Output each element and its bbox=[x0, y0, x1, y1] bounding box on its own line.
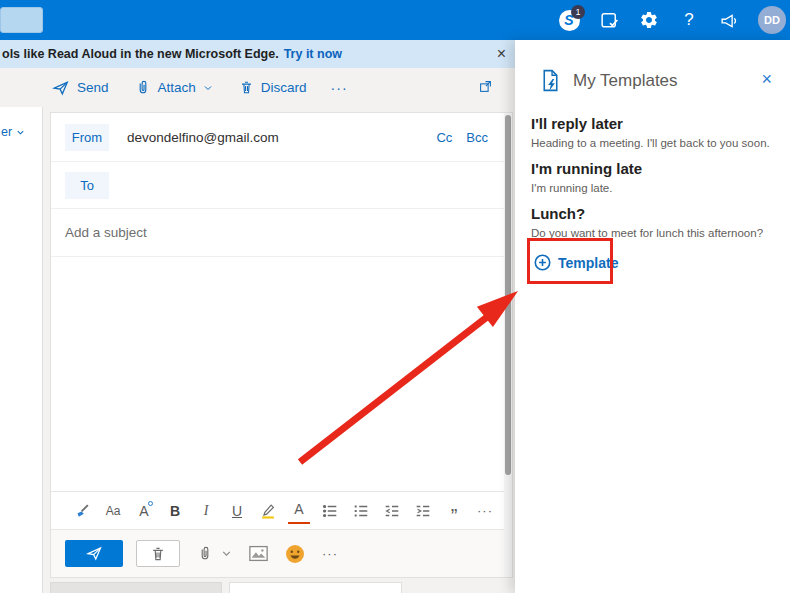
subject-input[interactable] bbox=[65, 225, 498, 240]
font-size-ring bbox=[148, 501, 153, 506]
compose-scrollbar[interactable] bbox=[504, 113, 512, 577]
emoji-icon[interactable] bbox=[285, 544, 305, 564]
send-plane-icon bbox=[86, 545, 103, 562]
panel-title: My Templates bbox=[573, 71, 678, 91]
attach-chevron-icon[interactable] bbox=[221, 548, 232, 559]
highlight-button[interactable] bbox=[257, 498, 279, 524]
attach-label: Attach bbox=[158, 80, 196, 95]
template-body: Do you want to meet for lunch this after… bbox=[531, 227, 774, 240]
format-painter-icon[interactable] bbox=[71, 498, 93, 524]
more-commands-button[interactable]: ··· bbox=[331, 80, 348, 96]
bcc-button[interactable]: Bcc bbox=[466, 130, 488, 145]
discard-label: Discard bbox=[261, 80, 307, 95]
template-title: I'm running late bbox=[531, 160, 774, 177]
font-button[interactable]: Aa bbox=[102, 498, 124, 524]
more-insert-options-button[interactable]: ··· bbox=[322, 546, 338, 561]
attach-button[interactable]: Attach bbox=[135, 80, 213, 96]
add-template-button[interactable]: Template bbox=[534, 254, 790, 271]
italic-button[interactable]: I bbox=[195, 498, 217, 524]
templates-doc-bolt-icon bbox=[538, 68, 563, 93]
bold-button[interactable]: B bbox=[164, 498, 186, 524]
from-address: devondelfino@gmail.com bbox=[127, 130, 279, 145]
skype-notification-badge: 1 bbox=[571, 5, 585, 19]
compose-content-area: er From devondelfino@gmail.com Cc Bcc To bbox=[0, 107, 515, 593]
banner-text: ols like Read Aloud in the new Microsoft… bbox=[2, 47, 279, 61]
compose-card: From devondelfino@gmail.com Cc Bcc To bbox=[50, 112, 513, 578]
blockquote-button[interactable]: ” bbox=[443, 498, 465, 524]
trash-icon bbox=[150, 546, 166, 562]
banner-close-icon[interactable]: × bbox=[497, 40, 506, 68]
help-icon[interactable]: ? bbox=[678, 9, 700, 31]
search-box-partial[interactable] bbox=[0, 7, 43, 33]
avatar[interactable]: DD bbox=[758, 6, 786, 34]
chevron-down-icon bbox=[16, 128, 25, 137]
from-button[interactable]: From bbox=[65, 124, 109, 151]
my-templates-panel: My Templates × I'll reply later Heading … bbox=[515, 40, 790, 593]
template-item[interactable]: Lunch? Do you want to meet for lunch thi… bbox=[531, 205, 774, 240]
compose-region: ols like Read Aloud in the new Microsoft… bbox=[0, 40, 515, 593]
send-label: Send bbox=[77, 80, 109, 95]
formatting-toolbar: Aa A B I U A bbox=[51, 491, 512, 529]
to-button[interactable]: To bbox=[65, 172, 109, 199]
trash-icon bbox=[239, 80, 254, 95]
insert-image-icon[interactable] bbox=[249, 545, 268, 562]
font-color-button[interactable]: A bbox=[288, 498, 310, 524]
underline-button[interactable]: U bbox=[226, 498, 248, 524]
increase-indent-icon[interactable] bbox=[412, 498, 434, 524]
send-plane-icon bbox=[52, 79, 70, 97]
topbar-icon-group: S 1 ? DD bbox=[558, 0, 786, 40]
to-row: To bbox=[51, 162, 512, 209]
discard-draft-button[interactable] bbox=[136, 540, 180, 567]
compose-scrollbar-thumb[interactable] bbox=[505, 115, 511, 475]
try-it-now-link[interactable]: Try it now bbox=[284, 47, 342, 61]
template-body: I'm running late. bbox=[531, 182, 774, 195]
compose-command-bar: Send Attach Discard ··· bbox=[0, 68, 515, 107]
template-item[interactable]: I'll reply later Heading to a meeting. I… bbox=[531, 115, 774, 150]
numbered-list-icon[interactable] bbox=[350, 498, 372, 524]
bullet-list-icon[interactable] bbox=[319, 498, 341, 524]
paperclip-icon bbox=[135, 80, 151, 96]
skype-button[interactable]: S 1 bbox=[558, 9, 580, 31]
settings-gear-icon[interactable] bbox=[638, 9, 660, 31]
template-title: I'll reply later bbox=[531, 115, 774, 132]
folder-pane-edge: er bbox=[0, 107, 43, 593]
add-template-label: Template bbox=[558, 255, 618, 271]
chevron-down-icon bbox=[203, 83, 213, 93]
more-formatting-button[interactable]: ··· bbox=[474, 498, 496, 524]
filter-dropdown-fragment[interactable]: er bbox=[1, 125, 25, 139]
font-size-button[interactable]: A bbox=[133, 498, 155, 524]
open-in-new-window-icon[interactable] bbox=[478, 79, 493, 98]
app-topbar: S 1 ? DD bbox=[0, 0, 790, 40]
template-body: Heading to a meeting. I'll get back to y… bbox=[531, 137, 774, 150]
from-row: From devondelfino@gmail.com Cc Bcc bbox=[51, 113, 512, 162]
edge-promo-banner: ols like Read Aloud in the new Microsoft… bbox=[0, 40, 515, 68]
send-button[interactable]: Send bbox=[52, 79, 109, 97]
template-item[interactable]: I'm running late I'm running late. bbox=[531, 160, 774, 195]
send-primary-button[interactable] bbox=[65, 540, 123, 567]
plus-circle-icon bbox=[534, 254, 551, 271]
discard-button[interactable]: Discard bbox=[239, 80, 307, 95]
decrease-indent-icon[interactable] bbox=[381, 498, 403, 524]
template-list: I'll reply later Heading to a meeting. I… bbox=[515, 93, 790, 240]
megaphone-icon[interactable] bbox=[718, 9, 740, 31]
subject-row bbox=[51, 209, 512, 257]
template-title: Lunch? bbox=[531, 205, 774, 222]
panel-close-icon[interactable]: × bbox=[761, 70, 772, 88]
bottom-partial-card-gray bbox=[50, 582, 222, 593]
compose-action-bar: ··· bbox=[51, 529, 512, 577]
message-body-editor[interactable] bbox=[51, 257, 512, 491]
attach-file-icon[interactable] bbox=[197, 546, 213, 562]
cc-button[interactable]: Cc bbox=[436, 130, 452, 145]
checklist-icon[interactable] bbox=[598, 9, 620, 31]
panel-header: My Templates × bbox=[515, 40, 790, 93]
bottom-partial-card-white bbox=[229, 582, 402, 593]
